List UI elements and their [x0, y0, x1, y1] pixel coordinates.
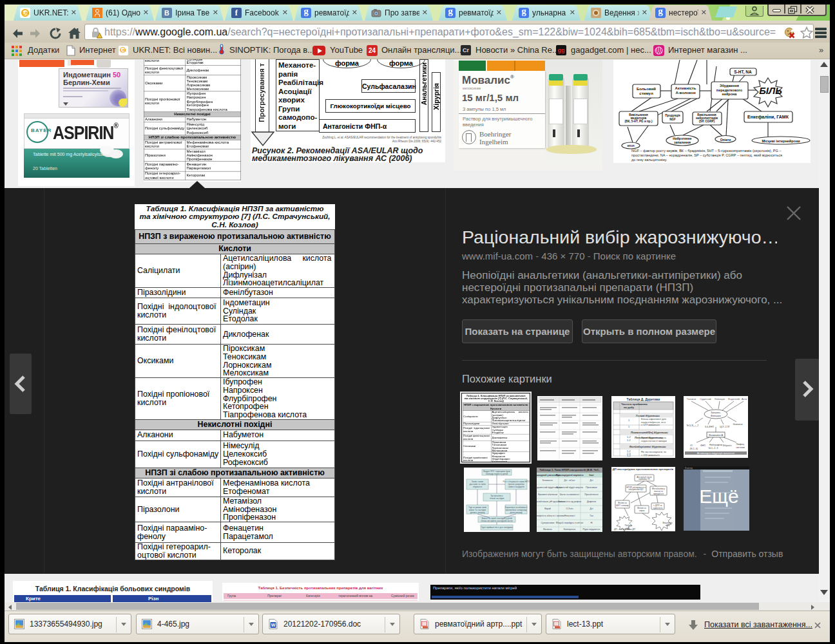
svg-text:діяти вперед: діяти вперед: [510, 511, 523, 514]
svg-text:Лейкоцит: Лейкоцит: [715, 398, 725, 401]
svg-text:ДП — особливою ДП: ДП — особливою ДП: [614, 528, 636, 531]
svg-text:1-2: 1-2: [627, 454, 631, 457]
svg-text:> 177 мкмоль/л: > 177 мкмоль/л: [641, 423, 660, 426]
svg-text:простагландини, NA – норадрена: простагландини, NA – норадреналін, SP – …: [631, 153, 782, 157]
svg-text:IL6,ФНП: IL6,ФНП: [705, 426, 714, 428]
svg-text:Антивазодна модуляція запаленн: Антивазодна модуляція запалення: [697, 452, 734, 455]
svg-text:Дні: Дні: [590, 507, 593, 510]
svg-text:системи: системи: [736, 446, 745, 449]
svg-text:Антральний відділ шлунка: Антральний відділ шлунка: [556, 486, 583, 489]
svg-text:Збудження: Збудження: [720, 84, 739, 88]
svg-text:сумісність: сумісність: [653, 507, 663, 509]
svg-text:NGF – фактор росту нервів, ВК: NGF – фактор росту нервів, ВК – брадикін…: [631, 149, 782, 153]
svg-text:Дефекти: Дефекти: [587, 500, 596, 503]
svg-text:до гену кальцитоніну.: до гену кальцитоніну.: [631, 158, 667, 162]
svg-text:ШКТ слизову: ШКТ слизову: [616, 504, 629, 507]
svg-text:(ВК, 5-НТ, PG и пр.): (ВК, 5-НТ, PG и пр.): [625, 120, 653, 123]
svg-text:БІЛЬ: БІЛЬ: [759, 85, 782, 96]
svg-text:Опіати: Опіати: [720, 138, 731, 142]
svg-text:ФНП: ФНП: [700, 444, 705, 447]
svg-text:нирки: нирки: [639, 509, 645, 512]
svg-text:лікування: лікування: [473, 486, 483, 488]
svg-text:Тканини: Тканини: [687, 398, 696, 401]
svg-text:Вкрай: Вкрай: [544, 507, 551, 510]
svg-text:Ядоспоріднені варіанти: Ядоспоріднені варіанти: [556, 474, 584, 477]
svg-text:(N-1,-6): (N-1,-6): [690, 448, 698, 450]
svg-text:Рідко порушення: Рідко порушення: [583, 528, 600, 531]
svg-text:ліків: ліків: [666, 524, 670, 527]
svg-text:Часто на виявленні: Часто на виявленні: [560, 493, 580, 496]
svg-text:Енкефаліни, ГАМК: Енкефаліни, ГАМК: [747, 115, 789, 120]
svg-text:NGF: NGF: [669, 118, 676, 121]
svg-text:NO(,N_+_2: NO(,N_+_2: [687, 424, 698, 427]
svg-text:Закономірність область і греко: Закономірність область і грекова: [537, 515, 564, 517]
svg-text:Проксимал: Проксимал: [586, 486, 597, 489]
svg-text:Однії прийшлі пів з дня полідш: Однії прийшлі пів з дня полідших: [481, 526, 513, 529]
svg-text:Лімфоц.: Лімфоц.: [736, 443, 745, 446]
svg-text:на добу: на добу: [624, 406, 635, 409]
svg-text:Місцеві інтернейрони: Місцеві інтернейрони: [762, 139, 800, 143]
svg-text:ІЛ: ІЛ: [690, 444, 693, 447]
svg-text:Суперечливо: Суперечливо: [541, 522, 555, 524]
svg-text:Фібробл.: Фібробл.: [723, 444, 733, 447]
svg-text:Акти: Акти: [742, 398, 747, 401]
svg-text:О-3 він: О-3 він: [566, 507, 573, 510]
svg-text:(SP, CGRP): (SP, CGRP): [699, 120, 715, 123]
svg-text:нових стандартів: нових стандартів: [508, 486, 524, 488]
svg-text:альбуміном ЩЗ: альбуміном ЩЗ: [628, 488, 643, 491]
svg-text:Виникла: Виникла: [543, 528, 552, 531]
svg-text:W: W: [271, 623, 276, 627]
svg-text:Фозикозол А: Фозикозол А: [709, 434, 724, 437]
svg-text:> 220 мкмоль/л: > 220 мкмоль/л: [641, 453, 660, 457]
svg-text:Продукція: Продукція: [665, 114, 680, 117]
svg-text:S-HT, NA: S-HT, NA: [734, 70, 752, 75]
svg-text:1: 1: [628, 425, 630, 428]
svg-text:тільки наслідки: тільки наслідки: [490, 497, 504, 500]
svg-text:Хемокіни: Хемокіни: [733, 423, 742, 426]
svg-text:Безперечна: Безперечна: [564, 528, 576, 531]
svg-text:ЦОГ-2,ПГ: ЦОГ-2,ПГ: [720, 426, 730, 428]
svg-text:Міжусіб перейдіть з клітної: Міжусіб перейдіть з клітної: [556, 522, 583, 524]
svg-text:виведення: виведення: [653, 493, 664, 495]
svg-text:Інші: Інші: [589, 474, 593, 477]
svg-text:стимул: стимул: [639, 91, 653, 95]
svg-text:Судинний: Судинний: [700, 398, 711, 401]
svg-text:Так: Так: [590, 515, 593, 517]
svg-text:Дні: Дні: [590, 479, 593, 482]
svg-text:Ендотелій: Ендотелій: [728, 398, 740, 401]
svg-text:Активність: Активність: [675, 86, 696, 90]
svg-text:нейрона: нейрона: [722, 92, 738, 96]
svg-text:ІЧ-1,-2,-3: ІЧ-1,-2,-3: [709, 447, 718, 450]
svg-text:Незалежні: Незалежні: [564, 515, 575, 517]
svg-text:діялись вперед: діялись вперед: [470, 511, 485, 514]
svg-text:передаткового: передаткового: [716, 88, 743, 92]
svg-text:Дні - об'єкт: Дні - об'єкт: [564, 479, 575, 482]
svg-text:Нейтрофіли: Нейтрофіли: [709, 444, 722, 446]
svg-text:Больовий: Больовий: [637, 87, 656, 91]
svg-text:запалення: запалення: [674, 140, 691, 144]
svg-text:Фліпазол: Фліпазол: [711, 415, 721, 417]
svg-text:нпзп: нпзп: [627, 144, 634, 147]
svg-text:Просвітлення: Просвітлення: [584, 493, 599, 496]
svg-text:1: 1: [628, 419, 630, 422]
svg-text:Ерозивні оболонки: Ерозивні оболонки: [538, 493, 557, 496]
svg-text:1-2: 1-2: [627, 439, 631, 442]
svg-text:Запален.: Запален.: [711, 412, 721, 414]
svg-text:безладу подібні у дітей: безладу подібні у дітей: [486, 473, 508, 475]
svg-text:прийому ЛЗ: прийому ЛЗ: [638, 478, 650, 480]
svg-text:Помалоштд/Gn(,д/уретики: Помалоштд/Gn(,д/уретики: [631, 431, 668, 434]
svg-text:ДП нестероїдних протизапальних: ДП нестероїдних протизапальних препараті…: [613, 468, 674, 471]
svg-text:Блювання: Блювання: [542, 479, 553, 482]
svg-text:Запаленість од рефлю: Запаленість од рефлю: [558, 500, 581, 503]
svg-text:недостатності викори: недостатності викори: [641, 439, 667, 442]
svg-text:А-волокон: А-волокон: [675, 91, 695, 95]
svg-text:більш чи скрито-наслідкові час: більш чи скрито-наслідкові части: [481, 520, 513, 522]
svg-text:Ні: Ні: [590, 522, 592, 524]
svg-text:Калійзберігаючі діуретики: Калійзберігаючі діуретики: [629, 445, 666, 448]
